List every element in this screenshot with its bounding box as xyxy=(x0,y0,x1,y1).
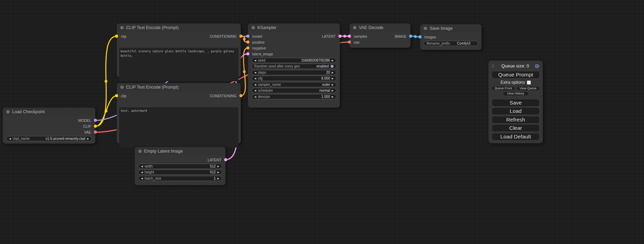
input-dot-vae[interactable] xyxy=(348,40,351,44)
queue-size-label: Queue size: 0 xyxy=(496,63,534,69)
load-default-button[interactable]: Load Default xyxy=(492,133,540,141)
decrement-arrow-icon[interactable]: ◀ xyxy=(254,71,256,74)
widget-steps[interactable]: ◀ steps 20 ▶ xyxy=(252,70,336,75)
node-title-bar[interactable]: Save Image xyxy=(420,24,482,33)
settings-gear-icon[interactable] xyxy=(534,63,540,69)
collapse-dot-icon[interactable] xyxy=(120,26,124,29)
decrement-arrow-icon[interactable]: ◀ xyxy=(254,59,256,62)
view-history-button[interactable]: View History xyxy=(503,91,529,96)
clear-button[interactable]: Clear xyxy=(492,124,540,132)
decrement-arrow-icon[interactable]: ◀ xyxy=(254,89,256,92)
slot-row: clip CONDITIONING xyxy=(117,93,241,99)
input-dot-latent-image[interactable] xyxy=(246,52,249,55)
increment-arrow-icon[interactable]: ▶ xyxy=(332,71,334,74)
node-load-checkpoint[interactable]: Load Checkpoint MODEL CLIP VAE ◀ ckpt_na… xyxy=(3,108,95,144)
drag-handle-icon[interactable]: ⣿ xyxy=(492,64,494,68)
view-queue-button[interactable]: View Queue xyxy=(517,86,540,91)
node-title-bar[interactable]: CLIP Text Encode (Prompt) xyxy=(117,24,241,32)
prompt-textarea[interactable]: text, watermark xyxy=(119,107,238,147)
input-dot-images[interactable] xyxy=(418,35,422,38)
collapse-dot-icon[interactable] xyxy=(138,150,142,153)
collapse-dot-icon[interactable] xyxy=(252,26,255,29)
queue-front-button[interactable]: Queue Front xyxy=(492,86,515,91)
input-dot-clip[interactable] xyxy=(115,35,118,38)
output-slot-model: MODEL xyxy=(3,117,95,123)
slot-label: IMAGE xyxy=(395,34,406,38)
node-title-bar[interactable]: Empty Latent Image xyxy=(135,147,226,155)
widget-name: steps xyxy=(258,71,266,74)
node-clip-text-encode-negative[interactable]: CLIP Text Encode (Prompt) clip CONDITION… xyxy=(117,83,241,144)
widget-random-seed-toggle[interactable]: Random seed after every gen enabled xyxy=(252,64,336,69)
widget-sampler-name[interactable]: ◀ sampler_name euler ▶ xyxy=(252,82,336,87)
input-dot-samples[interactable] xyxy=(348,35,351,38)
widget-seed[interactable]: ◀ seed 156680208700286 ▶ xyxy=(252,58,336,63)
slot-label: clip xyxy=(121,34,126,38)
output-dot-clip[interactable] xyxy=(94,125,97,128)
node-title-bar[interactable]: KSampler xyxy=(248,24,340,32)
node-title-bar[interactable]: CLIP Text Encode (Prompt) xyxy=(117,83,241,91)
decrement-arrow-icon[interactable]: ◀ xyxy=(141,177,143,180)
widget-name: cfg xyxy=(258,76,262,80)
widget-value: enabled xyxy=(316,64,329,68)
prompt-textarea[interactable]: beautiful scenery nature glass bottle la… xyxy=(119,48,238,81)
input-dot-clip[interactable] xyxy=(115,94,118,97)
node-vae-decode[interactable]: VAE Decode samples IMAGE vae xyxy=(350,24,411,48)
increment-arrow-icon[interactable]: ▶ xyxy=(332,77,334,80)
queue-prompt-button[interactable]: Queue Prompt xyxy=(492,71,540,79)
increment-arrow-icon[interactable]: ▶ xyxy=(218,165,219,168)
collapse-dot-icon[interactable] xyxy=(424,27,427,30)
input-dot-positive[interactable] xyxy=(246,40,249,44)
increment-arrow-icon[interactable]: ▶ xyxy=(87,137,89,140)
toggle-knob-icon[interactable] xyxy=(330,65,334,68)
output-dot-conditioning[interactable] xyxy=(239,94,242,97)
decrement-arrow-icon[interactable]: ◀ xyxy=(141,165,143,168)
decrement-arrow-icon[interactable]: ◀ xyxy=(9,137,11,140)
refresh-button[interactable]: Refresh xyxy=(492,116,540,124)
widget-name: height xyxy=(144,170,154,174)
input-dot-negative[interactable] xyxy=(246,46,249,49)
increment-arrow-icon[interactable]: ▶ xyxy=(218,171,219,173)
output-dot-conditioning[interactable] xyxy=(239,35,242,38)
output-dot-latent[interactable] xyxy=(224,158,227,161)
load-button[interactable]: Load xyxy=(492,107,540,115)
decrement-arrow-icon[interactable]: ◀ xyxy=(254,77,256,80)
widget-denoise[interactable]: ◀ denoise 1.000 ▶ xyxy=(252,94,336,99)
slot-label: CLIP xyxy=(83,124,91,128)
output-dot-latent[interactable] xyxy=(338,35,342,38)
output-dot-image[interactable] xyxy=(409,35,412,38)
node-save-image[interactable]: Save Image images filename_prefix ComfyU… xyxy=(420,24,482,50)
node-title-bar[interactable]: VAE Decode xyxy=(350,24,411,32)
increment-arrow-icon[interactable]: ▶ xyxy=(332,89,334,92)
history-row: View History xyxy=(492,91,540,96)
node-title-bar[interactable]: Load Checkpoint xyxy=(3,108,95,116)
decrement-arrow-icon[interactable]: ◀ xyxy=(141,171,143,173)
input-dot-model[interactable] xyxy=(246,35,249,38)
save-button[interactable]: Save xyxy=(492,99,540,107)
widget-width[interactable]: ◀ width 512 ▶ xyxy=(138,164,222,169)
graph-canvas[interactable]: Load Checkpoint MODEL CLIP VAE ◀ ckpt_na… xyxy=(0,0,644,244)
increment-arrow-icon[interactable]: ▶ xyxy=(332,83,334,86)
increment-arrow-icon[interactable]: ▶ xyxy=(332,59,334,62)
queue-buttons-row: Queue Front View Queue xyxy=(492,86,540,91)
decrement-arrow-icon[interactable]: ◀ xyxy=(254,96,256,98)
node-clip-text-encode-positive[interactable]: CLIP Text Encode (Prompt) clip CONDITION… xyxy=(117,24,241,77)
decrement-arrow-icon[interactable]: ◀ xyxy=(254,83,256,86)
collapse-dot-icon[interactable] xyxy=(120,85,124,89)
node-empty-latent-image[interactable]: Empty Latent Image LATENT ◀ width 512 ▶ … xyxy=(135,147,226,185)
increment-arrow-icon[interactable]: ▶ xyxy=(332,96,334,98)
node-ksampler[interactable]: KSampler model LATENT positive negative … xyxy=(248,24,340,108)
widget-ckpt-name[interactable]: ◀ ckpt_name v1-5-pruned-emaonly.ckpt ▶ xyxy=(6,136,92,141)
increment-arrow-icon[interactable]: ▶ xyxy=(218,177,219,180)
collapse-dot-icon[interactable] xyxy=(6,110,10,114)
widget-batch-size[interactable]: ◀ batch_size 1 ▶ xyxy=(138,176,222,181)
widget-cfg[interactable]: ◀ cfg 8.000 ▶ xyxy=(252,76,336,81)
widget-height[interactable]: ◀ height 512 ▶ xyxy=(138,170,222,175)
output-dot-vae[interactable] xyxy=(94,130,97,134)
link-middot xyxy=(343,35,346,38)
widget-scheduler[interactable]: ◀ scheduler normal ▶ xyxy=(252,88,336,93)
output-slot-latent: LATENT xyxy=(135,157,226,163)
output-dot-model[interactable] xyxy=(94,119,97,122)
collapse-dot-icon[interactable] xyxy=(353,26,356,29)
extra-options-checkbox[interactable] xyxy=(527,81,531,84)
widget-filename-prefix[interactable]: filename_prefix ComfyUI xyxy=(424,41,478,46)
